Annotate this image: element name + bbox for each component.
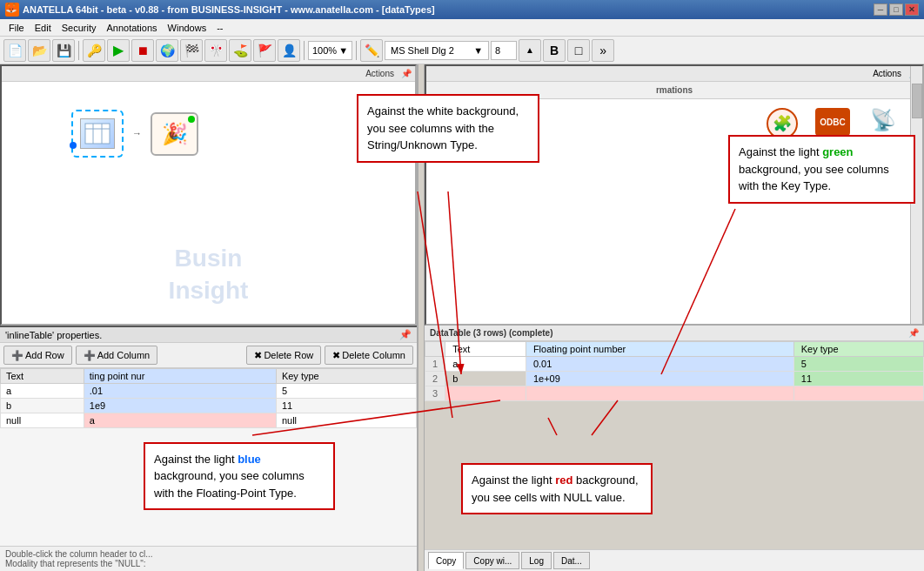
right-canvas-scrollbar[interactable] [910,66,922,324]
output-pin[interactable]: 📌 [908,328,919,338]
resize-handle[interactable] [418,64,425,571]
icon-grid: 🧩 ODBC CDR 📡 [752,99,914,155]
scrollbar-thumb[interactable] [912,84,922,118]
toolbar-key[interactable]: 🔑 [83,39,105,62]
output-text-2[interactable]: b [445,372,526,386]
props-col-text[interactable]: Text [1,369,84,384]
cell-float-3[interactable]: a [84,413,276,428]
output-float-3[interactable] [526,386,793,401]
toolbar-flag2[interactable]: 🎌 [204,39,227,62]
toolbar-flag1[interactable]: 🏁 [180,39,203,62]
output-col-float[interactable]: Floating point number [526,342,793,357]
toolbar-open[interactable]: 📂 [28,39,50,62]
add-column-button[interactable]: ➕ Add Column [76,346,158,365]
cell-text-3[interactable]: null [1,413,84,428]
cell-key-3[interactable]: null [276,413,416,428]
cell-text-2[interactable]: b [1,399,84,413]
props-table-wrap: Text ting point nur Key type a .01 5 b [0,368,417,546]
cell-key-1[interactable]: 5 [276,384,416,399]
output-panel: DataTable (3 rows) (complete) 📌 Text Flo… [425,326,924,571]
actions-label: Actions [365,69,394,78]
menu-extra[interactable]: -- [211,21,228,35]
toolbar-new[interactable]: 📄 [3,39,26,62]
delete-row-button[interactable]: ✖ Delete Row [246,346,321,365]
toolbar-stop[interactable]: ⏹ [131,39,154,62]
left-panel: Actions 📌 BusinInsight [0,64,418,571]
props-table: Text ting point nur Key type a .01 5 b [0,368,417,428]
props-pin[interactable]: 📌 [399,329,412,340]
toolbar-zoom[interactable]: 100% ▼ [308,41,352,60]
copy-button[interactable]: Copy [428,552,464,569]
output-float-2[interactable]: 1e+09 [526,372,793,386]
data-types-node[interactable]: 🎉 [151,112,198,156]
toolbar-font-select[interactable]: MS Shell Dlg 2 ▼ [385,41,489,60]
output-key-1[interactable]: 5 [793,357,923,372]
toolbar-flag4[interactable]: 🚩 [253,39,276,62]
canvas-actions-bar: Actions 📌 [2,66,415,82]
delete-column-button[interactable]: ✖ Delete Column [325,346,413,365]
flow-container: → 🎉 [71,110,198,158]
output-table-wrap: Text Floating point number Key type 1 a … [425,341,924,549]
minimize-button[interactable]: ─ [874,3,887,16]
formations-label: rmations [656,85,693,95]
menu-edit[interactable]: Edit [30,21,57,35]
toolbar-flag3[interactable]: ⛳ [229,39,251,62]
cell-text-1[interactable]: a [1,384,84,399]
props-col-key[interactable]: Key type [276,369,416,384]
svg-rect-0 [85,124,110,144]
menu-windows[interactable]: Windows [163,21,212,35]
toolbar-save[interactable]: 💾 [52,39,75,62]
cell-float-1[interactable]: .01 [84,384,276,399]
watermark: BusinInsight [169,243,249,306]
add-row-button[interactable]: ➕ Add Row [3,346,72,365]
props-footer-text-1: Double-click the column header to cl... [5,549,412,559]
output-float-1[interactable]: 0.01 [526,357,793,372]
title-bar: 🦊 ANATELLA 64bit - beta - v0.88 - from B… [0,0,924,19]
copy-with-button[interactable]: Copy wi... [465,552,519,569]
row-num-3: 3 [425,386,445,401]
antenna-icon-item[interactable]: 📡 [861,108,905,146]
output-key-2[interactable]: 11 [793,372,923,386]
delete-column-icon: ✖ [332,350,340,361]
toolbar-text-box[interactable]: □ [567,39,590,62]
cell-key-2[interactable]: 11 [276,399,416,413]
output-col-key[interactable]: Key type [793,342,923,357]
output-key-3[interactable] [793,386,923,401]
canvas-pin[interactable]: 📌 [401,69,412,78]
dat-button[interactable]: Dat... [553,552,590,569]
log-button[interactable]: Log [521,552,552,569]
output-text-1[interactable]: a [445,357,526,372]
toolbar: 📄 📂 💾 🔑 ▶ ⏹ 🌍 🏁 🎌 ⛳ 🚩 👤 100% ▼ ✏️ MS She… [0,37,924,64]
table-row: 2 b 1e+09 11 [425,372,924,386]
output-col-text[interactable]: Text [445,342,526,357]
toolbar-font-up[interactable]: ▲ [519,39,541,62]
toolbar-earth[interactable]: 🌍 [156,39,178,62]
inline-table-node[interactable] [71,110,124,158]
props-col-float[interactable]: ting point nur [84,369,276,384]
close-button[interactable]: ✕ [905,3,919,16]
output-header: DataTable (3 rows) (complete) 📌 [425,326,924,341]
maximize-button[interactable]: □ [889,3,903,16]
row-num-1: 1 [425,357,445,372]
toolbar-bold[interactable]: B [543,39,566,62]
puzzle-icon-item[interactable]: 🧩 [760,108,804,146]
cdr-label: CDR [824,138,841,146]
toolbar-chevron-right[interactable]: » [592,39,614,62]
cdr-icon-item[interactable]: ODBC CDR [811,108,854,146]
menu-file[interactable]: File [3,21,30,35]
toolbar-fontsize[interactable]: 8 [491,41,517,60]
toolbar-separator-3 [356,41,357,60]
toolbar-edit-icon[interactable]: ✏️ [360,39,383,62]
output-title: DataTable (3 rows) (complete) [430,328,553,338]
toolbar-play[interactable]: ▶ [107,39,130,62]
puzzle-icon: 🧩 [767,108,798,139]
menu-security[interactable]: Security [57,21,102,35]
window-title: ANATELLA 64bit - beta - v0.88 - from BUS… [23,4,435,15]
toolbar-separator-1 [78,41,79,60]
table-row: a .01 5 [1,384,417,399]
cell-float-2[interactable]: 1e9 [84,399,276,413]
app-icon: 🦊 [5,3,19,17]
toolbar-person[interactable]: 👤 [278,39,300,62]
menu-annotations[interactable]: Annotations [101,21,162,35]
output-text-3[interactable] [445,386,526,401]
